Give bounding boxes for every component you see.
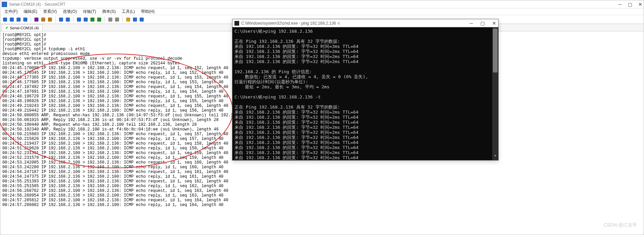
copy-icon[interactable] (40, 17, 46, 22)
new-session-icon[interactable] (2, 17, 8, 22)
toolbar-separator (105, 17, 105, 23)
svg-rect-14 (115, 18, 119, 22)
keymap-icon[interactable] (108, 17, 113, 22)
minimize-button[interactable]: ─ (618, 2, 622, 7)
menu-item-1[interactable]: 编辑(E) (22, 8, 39, 15)
svg-rect-6 (48, 18, 52, 22)
cmd-close-button[interactable]: ✕ (492, 21, 496, 26)
svg-rect-4 (34, 18, 38, 22)
disconnect-icon[interactable] (23, 17, 28, 22)
svg-rect-13 (108, 18, 112, 22)
transfer-icon[interactable] (83, 17, 88, 22)
svg-rect-3 (23, 18, 27, 22)
svg-rect-7 (59, 18, 63, 22)
print-icon[interactable] (34, 17, 39, 22)
cmd-scrollbar[interactable]: ▲ ▼ (492, 27, 498, 160)
cmd-minimize-button[interactable]: ─ (470, 21, 473, 26)
help-icon[interactable] (132, 17, 138, 22)
watermark: CSDN @江东平 (604, 222, 637, 228)
upload-icon[interactable] (90, 17, 95, 22)
session-manager-icon[interactable] (125, 17, 131, 22)
toolbar-separator (31, 17, 31, 23)
crt-title-text: Serial-COM16 (4) - SecureCRT (9, 2, 65, 7)
menu-item-3[interactable]: 选项(O) (61, 8, 79, 15)
tab-serial-com16[interactable]: ✔ Serial-COM16 (4) (2, 24, 43, 31)
svg-rect-16 (133, 18, 137, 22)
options-icon[interactable] (65, 17, 71, 22)
crt-titlebar[interactable]: Serial-COM16 (4) - SecureCRT ─ ▢ ✕ (0, 0, 644, 8)
svg-rect-8 (66, 18, 70, 22)
scroll-thumb[interactable] (493, 29, 498, 72)
svg-rect-0 (3, 18, 7, 22)
menu-item-5[interactable]: 脚本(S) (100, 8, 118, 15)
tab-label: Serial-COM16 (4) (10, 26, 39, 30)
menu-item-4[interactable]: 传输(T) (81, 8, 98, 15)
reconnect-icon[interactable] (16, 17, 21, 22)
svg-rect-5 (41, 18, 45, 22)
cmd-output[interactable]: C:\Users\铭>ping 192.168.2.136 正在 Ping 19… (232, 27, 492, 160)
cmd-icon (234, 21, 239, 26)
cmd-window: C:\Windows\system32\cmd.exe - ping 192.1… (232, 19, 499, 160)
download-icon[interactable] (96, 17, 102, 22)
script-icon[interactable] (76, 17, 82, 22)
svg-rect-11 (90, 18, 94, 22)
log-icon[interactable] (114, 17, 120, 22)
cmd-titlebar[interactable]: C:\Windows\system32\cmd.exe - ping 192.1… (232, 19, 498, 27)
menu-item-7[interactable]: 帮助(H) (139, 8, 157, 15)
scroll-down-icon[interactable]: ▼ (492, 154, 498, 160)
quick-connect-icon[interactable] (9, 17, 15, 22)
toolbar-separator (55, 17, 56, 23)
paste-icon[interactable] (47, 17, 53, 22)
about-icon[interactable] (139, 17, 144, 22)
toolbar-separator (122, 17, 123, 23)
menu-item-6[interactable]: 工具(L) (120, 8, 137, 15)
cmd-maximize-button[interactable]: ▢ (480, 21, 485, 26)
svg-rect-17 (140, 18, 144, 22)
svg-rect-10 (84, 18, 88, 22)
menu-item-2[interactable]: 查看(V) (41, 8, 59, 15)
maximize-button[interactable]: ▢ (628, 2, 632, 7)
svg-rect-1 (10, 18, 14, 22)
menubar: 文件(F)编辑(E)查看(V)选项(O)传输(T)脚本(S)工具(L)帮助(H) (0, 8, 644, 15)
close-button[interactable]: ✕ (638, 2, 642, 7)
check-icon: ✔ (5, 26, 8, 30)
svg-rect-15 (126, 18, 130, 22)
svg-rect-9 (77, 18, 81, 22)
menu-item-0[interactable]: 文件(F) (2, 8, 20, 15)
toolbar-separator (73, 17, 74, 23)
svg-rect-12 (97, 18, 101, 22)
svg-rect-2 (17, 18, 21, 22)
find-icon[interactable] (58, 17, 64, 22)
cmd-title-text: C:\Windows\system32\cmd.exe - ping 192.1… (241, 21, 339, 26)
app-icon (2, 2, 7, 7)
